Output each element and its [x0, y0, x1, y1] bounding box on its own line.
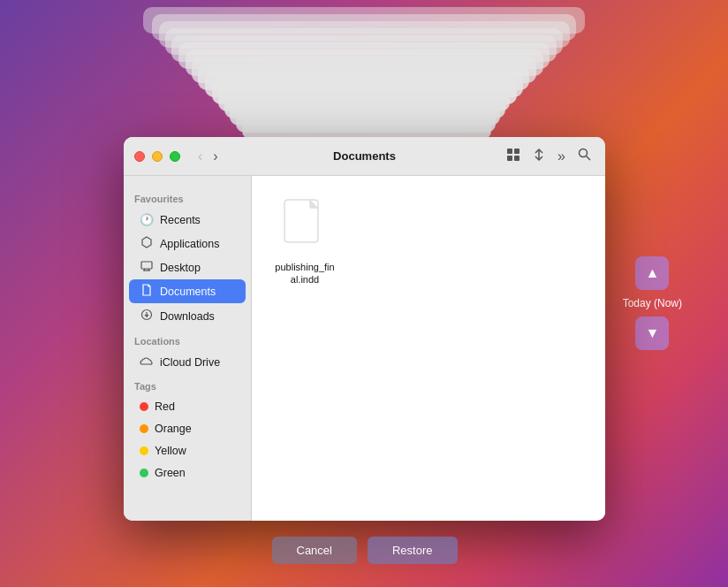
cancel-button[interactable]: Cancel	[272, 537, 357, 564]
sidebar-item-orange[interactable]: Orange	[129, 418, 246, 439]
grid-icon	[506, 148, 520, 162]
locations-label: Locations	[124, 329, 251, 350]
sort-icon	[533, 148, 545, 162]
recents-icon: 🕐	[140, 213, 154, 226]
minimize-button[interactable]	[152, 151, 163, 162]
orange-tag-label: Orange	[155, 423, 192, 435]
downloads-label: Downloads	[160, 310, 215, 323]
timeline-today-label: Today (Now)	[623, 297, 682, 309]
documents-label: Documents	[160, 286, 216, 298]
sidebar-item-red[interactable]: Red	[129, 396, 246, 417]
restore-button[interactable]: Restore	[368, 537, 458, 564]
up-icon: ▲	[645, 265, 659, 281]
desktop-icon	[140, 261, 154, 274]
green-tag-dot	[140, 469, 148, 477]
svg-rect-5	[514, 156, 519, 161]
favourites-label: Favourites	[124, 187, 251, 208]
sidebar: Favourites 🕐 Recents Applications	[124, 176, 252, 521]
desktop-label: Desktop	[160, 262, 201, 274]
maximize-button[interactable]	[170, 151, 180, 162]
orange-tag-dot	[140, 424, 148, 433]
file-area: publishing_final.indd	[252, 176, 605, 521]
forward-button[interactable]: ›	[209, 147, 221, 166]
back-button[interactable]: ‹	[194, 147, 206, 166]
sidebar-item-applications[interactable]: Applications	[129, 232, 246, 255]
yellow-tag-dot	[140, 446, 148, 455]
down-icon: ▼	[645, 325, 659, 341]
close-button[interactable]	[134, 151, 145, 162]
titlebar: ‹ › Documents	[124, 137, 605, 176]
red-tag-label: Red	[155, 400, 175, 413]
svg-point-6	[580, 149, 588, 157]
svg-line-7	[587, 156, 591, 161]
sidebar-item-yellow[interactable]: Yellow	[129, 440, 246, 461]
sidebar-item-recents[interactable]: 🕐 Recents	[129, 209, 246, 231]
timeline-down-button[interactable]: ▼	[635, 316, 669, 350]
file-item-publishing[interactable]: publishing_final.indd	[269, 194, 340, 292]
file-icon	[282, 199, 328, 255]
svg-rect-4	[507, 156, 512, 161]
window-title: Documents	[333, 149, 396, 163]
timeline-controls: ▲ Today (Now) ▼	[623, 256, 682, 350]
yellow-tag-label: Yellow	[155, 445, 186, 457]
finder-window: ‹ › Documents	[124, 137, 605, 521]
window-content: Favourites 🕐 Recents Applications	[124, 176, 605, 521]
tags-label: Tags	[124, 374, 251, 395]
sidebar-item-downloads[interactable]: Downloads	[129, 304, 246, 328]
applications-label: Applications	[160, 238, 219, 250]
dialog-buttons: Cancel Restore	[272, 537, 458, 564]
icloud-label: iCloud Drive	[160, 356, 220, 369]
search-button[interactable]	[574, 146, 595, 166]
red-tag-dot	[140, 402, 148, 411]
svg-rect-2	[507, 149, 512, 154]
finder-dialog: ‹ › Documents	[124, 137, 605, 564]
applications-icon	[140, 236, 154, 251]
documents-icon	[140, 284, 154, 299]
sidebar-item-documents[interactable]: Documents	[129, 279, 246, 303]
green-tag-label: Green	[155, 467, 186, 479]
sidebar-item-icloud[interactable]: iCloud Drive	[129, 351, 246, 373]
svg-rect-8	[141, 262, 152, 269]
sidebar-item-green[interactable]: Green	[129, 462, 246, 484]
search-icon	[578, 148, 591, 161]
icloud-icon	[140, 355, 154, 369]
svg-rect-3	[514, 149, 519, 154]
sort-button[interactable]	[529, 146, 549, 167]
sidebar-item-desktop[interactable]: Desktop	[129, 256, 246, 278]
nav-buttons: ‹ ›	[194, 147, 222, 166]
timeline-up-button[interactable]: ▲	[635, 256, 669, 290]
downloads-icon	[140, 309, 154, 324]
toolbar-actions: »	[503, 146, 595, 167]
indd-file-icon	[282, 199, 328, 255]
view-button[interactable]	[503, 146, 524, 167]
file-name-publishing: publishing_final.indd	[275, 261, 335, 286]
traffic-lights	[134, 151, 180, 162]
recents-label: Recents	[160, 214, 201, 226]
more-button[interactable]: »	[554, 147, 569, 166]
